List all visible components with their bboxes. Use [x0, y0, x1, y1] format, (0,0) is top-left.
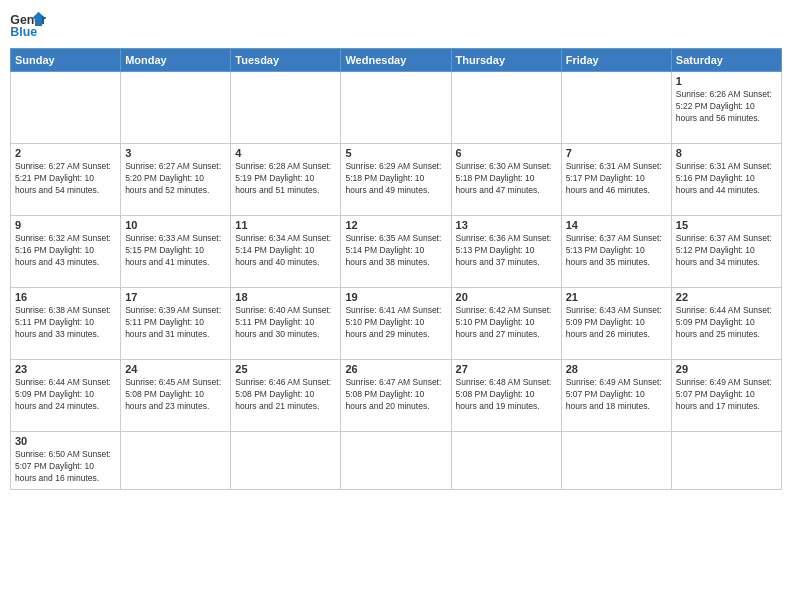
calendar-cell: 10Sunrise: 6:33 AM Sunset: 5:15 PM Dayli…	[121, 216, 231, 288]
week-row-1: 2Sunrise: 6:27 AM Sunset: 5:21 PM Daylig…	[11, 144, 782, 216]
calendar-cell: 24Sunrise: 6:45 AM Sunset: 5:08 PM Dayli…	[121, 360, 231, 432]
calendar-cell	[451, 432, 561, 490]
week-row-0: 1Sunrise: 6:26 AM Sunset: 5:22 PM Daylig…	[11, 72, 782, 144]
calendar: SundayMondayTuesdayWednesdayThursdayFrid…	[10, 48, 782, 490]
calendar-cell: 14Sunrise: 6:37 AM Sunset: 5:13 PM Dayli…	[561, 216, 671, 288]
day-number: 4	[235, 147, 336, 159]
calendar-cell	[671, 432, 781, 490]
day-info: Sunrise: 6:29 AM Sunset: 5:18 PM Dayligh…	[345, 161, 446, 197]
day-number: 7	[566, 147, 667, 159]
page: General Blue SundayMondayTuesdayWednesda…	[0, 0, 792, 612]
calendar-cell: 4Sunrise: 6:28 AM Sunset: 5:19 PM Daylig…	[231, 144, 341, 216]
day-info: Sunrise: 6:34 AM Sunset: 5:14 PM Dayligh…	[235, 233, 336, 269]
day-number: 30	[15, 435, 116, 447]
day-info: Sunrise: 6:42 AM Sunset: 5:10 PM Dayligh…	[456, 305, 557, 341]
day-info: Sunrise: 6:50 AM Sunset: 5:07 PM Dayligh…	[15, 449, 116, 485]
calendar-cell: 19Sunrise: 6:41 AM Sunset: 5:10 PM Dayli…	[341, 288, 451, 360]
day-number: 23	[15, 363, 116, 375]
day-number: 20	[456, 291, 557, 303]
week-row-3: 16Sunrise: 6:38 AM Sunset: 5:11 PM Dayli…	[11, 288, 782, 360]
calendar-cell: 27Sunrise: 6:48 AM Sunset: 5:08 PM Dayli…	[451, 360, 561, 432]
week-row-5: 30Sunrise: 6:50 AM Sunset: 5:07 PM Dayli…	[11, 432, 782, 490]
day-info: Sunrise: 6:38 AM Sunset: 5:11 PM Dayligh…	[15, 305, 116, 341]
day-info: Sunrise: 6:49 AM Sunset: 5:07 PM Dayligh…	[676, 377, 777, 413]
calendar-cell	[341, 72, 451, 144]
calendar-cell: 6Sunrise: 6:30 AM Sunset: 5:18 PM Daylig…	[451, 144, 561, 216]
day-number: 10	[125, 219, 226, 231]
day-number: 22	[676, 291, 777, 303]
calendar-cell	[121, 432, 231, 490]
weekday-header-saturday: Saturday	[671, 49, 781, 72]
day-info: Sunrise: 6:47 AM Sunset: 5:08 PM Dayligh…	[345, 377, 446, 413]
day-info: Sunrise: 6:27 AM Sunset: 5:20 PM Dayligh…	[125, 161, 226, 197]
day-info: Sunrise: 6:26 AM Sunset: 5:22 PM Dayligh…	[676, 89, 777, 125]
day-number: 15	[676, 219, 777, 231]
weekday-header-wednesday: Wednesday	[341, 49, 451, 72]
day-number: 13	[456, 219, 557, 231]
weekday-header-monday: Monday	[121, 49, 231, 72]
weekday-header-row: SundayMondayTuesdayWednesdayThursdayFrid…	[11, 49, 782, 72]
day-number: 6	[456, 147, 557, 159]
weekday-header-thursday: Thursday	[451, 49, 561, 72]
day-info: Sunrise: 6:44 AM Sunset: 5:09 PM Dayligh…	[676, 305, 777, 341]
day-number: 19	[345, 291, 446, 303]
calendar-cell: 26Sunrise: 6:47 AM Sunset: 5:08 PM Dayli…	[341, 360, 451, 432]
day-number: 2	[15, 147, 116, 159]
week-row-2: 9Sunrise: 6:32 AM Sunset: 5:16 PM Daylig…	[11, 216, 782, 288]
calendar-cell: 29Sunrise: 6:49 AM Sunset: 5:07 PM Dayli…	[671, 360, 781, 432]
calendar-cell: 22Sunrise: 6:44 AM Sunset: 5:09 PM Dayli…	[671, 288, 781, 360]
day-info: Sunrise: 6:46 AM Sunset: 5:08 PM Dayligh…	[235, 377, 336, 413]
calendar-cell	[121, 72, 231, 144]
calendar-cell	[561, 72, 671, 144]
day-number: 21	[566, 291, 667, 303]
header-area: General Blue	[10, 10, 782, 40]
day-number: 9	[15, 219, 116, 231]
calendar-cell: 28Sunrise: 6:49 AM Sunset: 5:07 PM Dayli…	[561, 360, 671, 432]
calendar-cell	[341, 432, 451, 490]
day-info: Sunrise: 6:27 AM Sunset: 5:21 PM Dayligh…	[15, 161, 116, 197]
day-info: Sunrise: 6:48 AM Sunset: 5:08 PM Dayligh…	[456, 377, 557, 413]
logo: General Blue	[10, 10, 46, 40]
day-info: Sunrise: 6:44 AM Sunset: 5:09 PM Dayligh…	[15, 377, 116, 413]
calendar-cell: 18Sunrise: 6:40 AM Sunset: 5:11 PM Dayli…	[231, 288, 341, 360]
calendar-cell: 30Sunrise: 6:50 AM Sunset: 5:07 PM Dayli…	[11, 432, 121, 490]
calendar-cell: 15Sunrise: 6:37 AM Sunset: 5:12 PM Dayli…	[671, 216, 781, 288]
calendar-cell: 20Sunrise: 6:42 AM Sunset: 5:10 PM Dayli…	[451, 288, 561, 360]
calendar-cell: 11Sunrise: 6:34 AM Sunset: 5:14 PM Dayli…	[231, 216, 341, 288]
day-number: 26	[345, 363, 446, 375]
day-info: Sunrise: 6:35 AM Sunset: 5:14 PM Dayligh…	[345, 233, 446, 269]
day-info: Sunrise: 6:37 AM Sunset: 5:12 PM Dayligh…	[676, 233, 777, 269]
day-number: 14	[566, 219, 667, 231]
day-number: 27	[456, 363, 557, 375]
day-number: 24	[125, 363, 226, 375]
weekday-header-tuesday: Tuesday	[231, 49, 341, 72]
calendar-cell	[231, 432, 341, 490]
day-number: 12	[345, 219, 446, 231]
day-number: 25	[235, 363, 336, 375]
calendar-cell: 8Sunrise: 6:31 AM Sunset: 5:16 PM Daylig…	[671, 144, 781, 216]
day-number: 18	[235, 291, 336, 303]
logo-icon: General Blue	[10, 10, 46, 40]
calendar-cell: 1Sunrise: 6:26 AM Sunset: 5:22 PM Daylig…	[671, 72, 781, 144]
week-row-4: 23Sunrise: 6:44 AM Sunset: 5:09 PM Dayli…	[11, 360, 782, 432]
day-info: Sunrise: 6:45 AM Sunset: 5:08 PM Dayligh…	[125, 377, 226, 413]
calendar-cell: 2Sunrise: 6:27 AM Sunset: 5:21 PM Daylig…	[11, 144, 121, 216]
calendar-cell: 16Sunrise: 6:38 AM Sunset: 5:11 PM Dayli…	[11, 288, 121, 360]
day-info: Sunrise: 6:43 AM Sunset: 5:09 PM Dayligh…	[566, 305, 667, 341]
calendar-cell: 13Sunrise: 6:36 AM Sunset: 5:13 PM Dayli…	[451, 216, 561, 288]
weekday-header-friday: Friday	[561, 49, 671, 72]
day-info: Sunrise: 6:33 AM Sunset: 5:15 PM Dayligh…	[125, 233, 226, 269]
day-number: 1	[676, 75, 777, 87]
day-info: Sunrise: 6:36 AM Sunset: 5:13 PM Dayligh…	[456, 233, 557, 269]
day-number: 16	[15, 291, 116, 303]
day-number: 11	[235, 219, 336, 231]
calendar-cell	[561, 432, 671, 490]
day-number: 17	[125, 291, 226, 303]
calendar-cell	[11, 72, 121, 144]
calendar-cell: 21Sunrise: 6:43 AM Sunset: 5:09 PM Dayli…	[561, 288, 671, 360]
day-number: 28	[566, 363, 667, 375]
calendar-cell	[451, 72, 561, 144]
day-info: Sunrise: 6:28 AM Sunset: 5:19 PM Dayligh…	[235, 161, 336, 197]
day-info: Sunrise: 6:31 AM Sunset: 5:17 PM Dayligh…	[566, 161, 667, 197]
day-number: 3	[125, 147, 226, 159]
